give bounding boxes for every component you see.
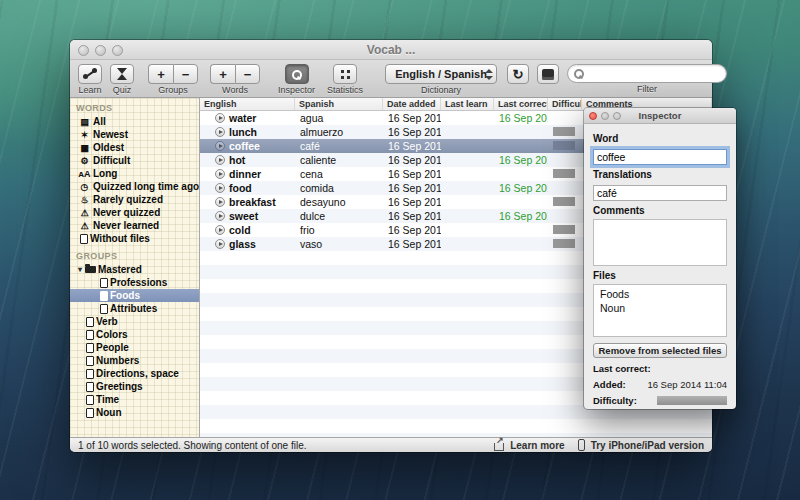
close-button[interactable]: [78, 45, 89, 56]
difficulty-bar: [553, 127, 575, 136]
added-label: Added:: [593, 379, 626, 390]
page-icon: [80, 234, 88, 244]
sidebar-item-label: Rarely quizzed: [93, 194, 163, 205]
play-audio-button[interactable]: [215, 197, 225, 207]
minimize-button[interactable]: [95, 45, 106, 56]
play-audio-button[interactable]: [215, 113, 225, 123]
sidebar-item-all[interactable]: ▤All: [70, 115, 199, 128]
folder-icon: [85, 266, 96, 273]
date-added-cell: 16 Sep 2014: [383, 182, 441, 194]
calendar-icon: ▦: [78, 143, 91, 153]
files-label: Files: [593, 270, 727, 281]
file-list-item[interactable]: Noun: [594, 301, 726, 315]
warning-icon: ⚠: [78, 221, 91, 231]
play-audio-button[interactable]: [215, 225, 225, 235]
play-audio-button[interactable]: [215, 141, 225, 151]
column-header-date-added[interactable]: Date added: [383, 98, 441, 110]
search-input[interactable]: [578, 68, 720, 80]
group-item-time[interactable]: Time: [70, 393, 199, 406]
quiz-button[interactable]: [110, 64, 134, 84]
spanish-cell: dulce: [295, 210, 383, 222]
add-group-button[interactable]: +: [148, 64, 173, 84]
filter-label: Filter: [637, 84, 657, 94]
file-list-item[interactable]: Foods: [594, 287, 726, 301]
sidebar-item-without-files[interactable]: Without files: [70, 232, 199, 245]
search-group: Filter: [567, 64, 727, 94]
group-item-numbers[interactable]: Numbers: [70, 354, 199, 367]
english-word: glass: [229, 238, 256, 250]
play-audio-button[interactable]: [215, 169, 225, 179]
date-added-cell: 16 Sep 2014: [383, 168, 441, 180]
add-word-button[interactable]: +: [210, 64, 235, 84]
date-added-cell: 16 Sep 2014: [383, 210, 441, 222]
sidebar-item-difficult[interactable]: ⚙Difficult: [70, 154, 199, 167]
column-header-english[interactable]: English: [200, 98, 295, 110]
last-correct-cell: 16 Sep 2014: [494, 112, 548, 124]
try-iphone-link[interactable]: Try iPhone/iPad version: [591, 440, 704, 451]
sidebar-item-never-quizzed[interactable]: ⚠Never quizzed: [70, 206, 199, 219]
groups-button-group: + − Groups: [148, 64, 198, 95]
disclosure-triangle-icon[interactable]: ▾: [76, 265, 84, 274]
last-correct-label: Last correct:: [593, 363, 651, 374]
share-icon: [494, 443, 504, 451]
flame-icon: ♨: [78, 195, 91, 205]
remove-word-button[interactable]: −: [235, 64, 260, 84]
english-cell: dinner: [200, 168, 295, 180]
dictionary-book-button[interactable]: [537, 64, 559, 84]
learn-button[interactable]: [78, 64, 102, 84]
play-audio-button[interactable]: [215, 127, 225, 137]
learn-more-link[interactable]: Learn more: [510, 440, 564, 451]
group-item-greetings[interactable]: Greetings: [70, 380, 199, 393]
group-item-people[interactable]: People: [70, 341, 199, 354]
learn-label: Learn: [78, 85, 101, 95]
group-item-label: Time: [96, 394, 119, 405]
group-item-professions[interactable]: Professions: [70, 276, 199, 289]
dictionary-group: English / Spanish Dictionary: [385, 64, 497, 95]
column-header-spanish[interactable]: Spanish: [295, 98, 383, 110]
comments-field[interactable]: [593, 219, 727, 266]
translations-field[interactable]: [593, 185, 727, 201]
english-word: coffee: [229, 140, 260, 152]
sidebar-item-quizzed-long-time-ago[interactable]: ◷Quizzed long time ago: [70, 180, 199, 193]
titlebar[interactable]: Vocab ...: [70, 40, 712, 60]
inspector-titlebar[interactable]: Inspector: [584, 108, 736, 124]
remove-from-files-button[interactable]: Remove from selected files: [593, 343, 727, 358]
dictionary-label: Dictionary: [421, 85, 461, 95]
play-audio-button[interactable]: [215, 211, 225, 221]
statistics-label: Statistics: [327, 85, 363, 95]
group-item-mastered[interactable]: ▾Mastered: [70, 263, 199, 276]
search-field[interactable]: [567, 64, 727, 83]
play-audio-button[interactable]: [215, 183, 225, 193]
sidebar-item-newest[interactable]: ✶Newest: [70, 128, 199, 141]
zoom-button[interactable]: [112, 45, 123, 56]
play-audio-button[interactable]: [215, 155, 225, 165]
refresh-button-group: ↻: [507, 64, 529, 95]
statistics-button[interactable]: [333, 64, 357, 84]
inspector-close-button[interactable]: [589, 112, 597, 120]
status-text: 1 of 10 words selected. Showing content …: [78, 440, 306, 451]
group-item-directions-space[interactable]: Directions, space: [70, 367, 199, 380]
group-item-attributes[interactable]: Attributes: [70, 302, 199, 315]
play-audio-button[interactable]: [215, 239, 225, 249]
date-added-cell: 16 Sep 2014: [383, 112, 441, 124]
word-field[interactable]: [593, 149, 727, 165]
english-cell: cold: [200, 224, 295, 236]
column-header-last-correct[interactable]: Last correct: [494, 98, 548, 110]
sidebar-item-never-learned[interactable]: ⚠Never learned: [70, 219, 199, 232]
words-section-header: WORDS: [70, 101, 199, 115]
sidebar-item-oldest[interactable]: ▦Oldest: [70, 141, 199, 154]
sidebar-item-rarely-quizzed[interactable]: ♨Rarely quizzed: [70, 193, 199, 206]
group-item-noun[interactable]: Noun: [70, 406, 199, 419]
sidebar-item-long[interactable]: ᴀALong: [70, 167, 199, 180]
column-header-difficulty[interactable]: Difficulty: [548, 98, 582, 110]
inspector-minimize-button: [601, 112, 609, 120]
column-header-last-learn[interactable]: Last learn: [441, 98, 494, 110]
remove-group-button[interactable]: −: [173, 64, 198, 84]
dictionary-dropdown[interactable]: English / Spanish: [385, 64, 497, 84]
inspector-button[interactable]: [285, 64, 309, 84]
refresh-button[interactable]: ↻: [507, 64, 529, 84]
group-item-verb[interactable]: Verb: [70, 315, 199, 328]
group-item-colors[interactable]: Colors: [70, 328, 199, 341]
group-item-foods[interactable]: Foods: [70, 289, 199, 302]
status-bar: 1 of 10 words selected. Showing content …: [70, 437, 712, 452]
